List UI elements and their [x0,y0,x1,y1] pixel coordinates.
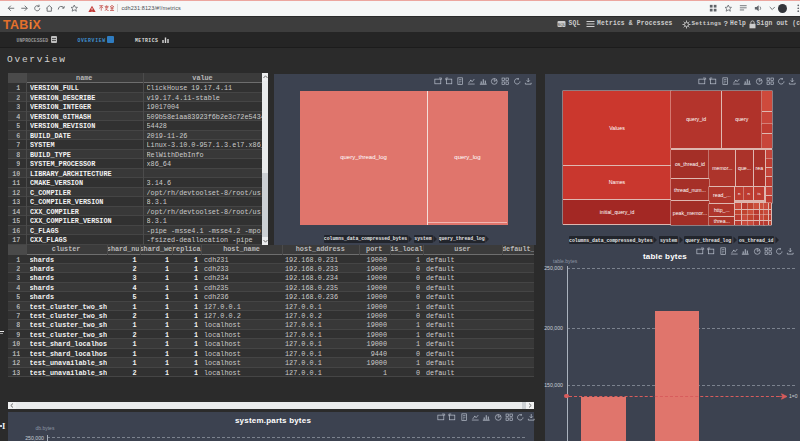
svg-text:SQL: SQL [557,21,566,26]
